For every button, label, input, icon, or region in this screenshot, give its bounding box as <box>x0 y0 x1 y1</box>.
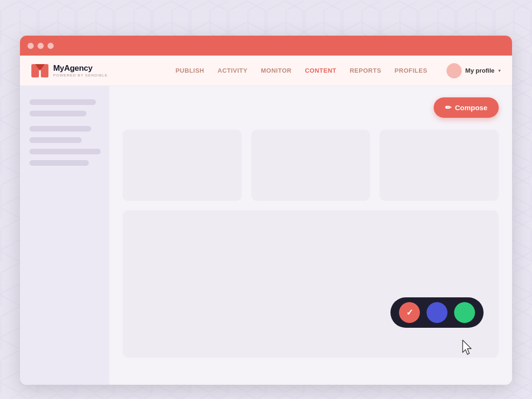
tooltip-confirm-button[interactable]: ✓ <box>399 302 420 323</box>
card-row-bottom <box>123 210 499 358</box>
profile-name: My profile <box>466 67 494 74</box>
sidebar-item[interactable] <box>29 149 101 154</box>
check-icon: ✓ <box>406 307 413 318</box>
nav-content[interactable]: CONTENT <box>305 67 336 74</box>
logo-area: MyAgency POWERED BY SENDIBLE <box>31 64 108 77</box>
avatar <box>446 63 462 78</box>
profile-area[interactable]: My profile ▾ <box>446 63 501 78</box>
logo-text: MyAgency POWERED BY SENDIBLE <box>53 64 108 77</box>
content-card-2 <box>251 130 370 201</box>
main-layout: ✏ Compose ✓ <box>20 86 512 385</box>
sidebar-item[interactable] <box>29 137 82 143</box>
compose-label: Compose <box>455 104 487 112</box>
sidebar-item[interactable] <box>29 99 96 105</box>
content-card-1 <box>123 130 242 201</box>
content-card-3 <box>380 130 499 201</box>
nav-publish[interactable]: PUBLISH <box>175 67 204 74</box>
card-row-top <box>123 130 499 201</box>
title-bar <box>20 36 512 56</box>
browser-window: MyAgency POWERED BY SENDIBLE PUBLISH ACT… <box>20 36 512 385</box>
nav-activity[interactable]: ACTIVITY <box>218 67 247 74</box>
window-close-dot[interactable] <box>28 43 34 49</box>
content-card-wide <box>123 210 499 358</box>
nav-bar: MyAgency POWERED BY SENDIBLE PUBLISH ACT… <box>20 56 512 86</box>
logo-name: MyAgency <box>53 64 108 73</box>
nav-links: PUBLISH ACTIVITY MONITOR CONTENT REPORTS… <box>175 67 427 74</box>
action-tooltip: ✓ <box>390 297 484 328</box>
tooltip-blue-button[interactable] <box>427 302 447 323</box>
logo-icon <box>31 64 48 77</box>
content-area: ✏ Compose ✓ <box>109 86 512 385</box>
nav-profiles[interactable]: PROFILES <box>395 67 428 74</box>
compose-button[interactable]: ✏ Compose <box>434 97 499 118</box>
nav-reports[interactable]: REPORTS <box>350 67 381 74</box>
compose-icon: ✏ <box>445 103 451 112</box>
tooltip-green-button[interactable] <box>454 302 475 323</box>
window-maximize-dot[interactable] <box>48 43 54 49</box>
sidebar-item[interactable] <box>29 111 86 116</box>
window-minimize-dot[interactable] <box>38 43 44 49</box>
logo-sub: POWERED BY SENDIBLE <box>53 73 108 77</box>
sidebar-item[interactable] <box>29 126 91 132</box>
sidebar <box>20 86 109 385</box>
sidebar-item[interactable] <box>29 160 89 166</box>
chevron-down-icon: ▾ <box>498 68 501 73</box>
nav-monitor[interactable]: MONITOR <box>261 67 292 74</box>
